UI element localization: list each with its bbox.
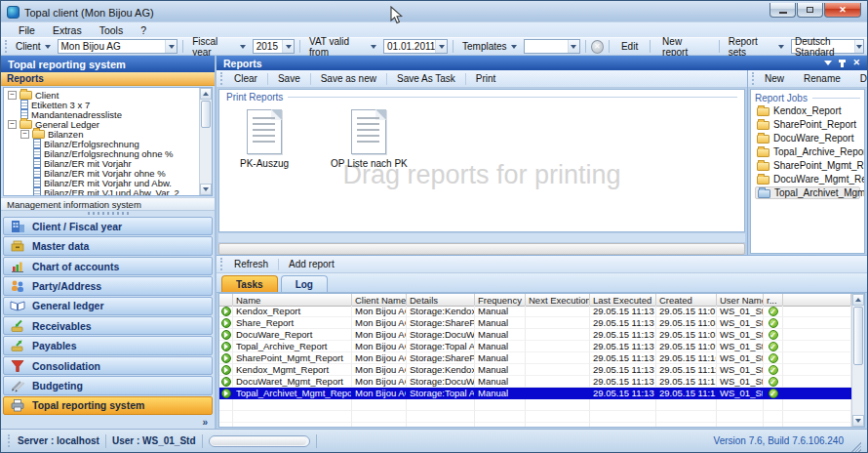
cancel-round-button[interactable]: ✕ — [591, 40, 604, 54]
table-scrollbar[interactable] — [851, 294, 864, 427]
minimize-button[interactable] — [769, 3, 796, 18]
horizontal-splitter[interactable] — [218, 243, 745, 255]
sidebar-mis-bar[interactable]: Management information system — [1, 197, 215, 211]
nav-receivables[interactable]: Receivables — [3, 316, 213, 335]
folder-icon — [757, 121, 769, 130]
menu-file[interactable]: File — [11, 23, 43, 37]
report-sets-dropdown[interactable]: Report sets — [725, 35, 788, 59]
template-combo[interactable] — [524, 39, 580, 54]
tree-item-client[interactable]: −Client — [4, 90, 199, 100]
nav-party-address[interactable]: Party/Address — [3, 276, 213, 295]
table-row-selected[interactable]: Topal_Archivet_Mgmt_ReportMon Bijou AGSt… — [219, 388, 851, 399]
scroll-up-button[interactable] — [852, 294, 864, 306]
job-item-selected[interactable]: Topal_Archivet_Mgmt_Report — [755, 186, 860, 199]
collapse-icon[interactable]: − — [20, 130, 29, 139]
language-combo[interactable]: Deutsch Standard — [791, 39, 864, 54]
vat-date-combo[interactable]: 01.01.2011 — [383, 39, 448, 54]
collapse-icon[interactable]: − — [8, 120, 17, 129]
job-item[interactable]: Kendox_Report — [755, 104, 860, 117]
print-button[interactable]: Print — [468, 72, 504, 85]
print-reports-dropzone[interactable]: Print Reports PK-Auszug OP Liste nach PK — [218, 89, 745, 232]
vat-valid-from-dropdown[interactable]: VAT valid from — [305, 35, 380, 59]
new-job-button[interactable]: New — [757, 72, 792, 85]
fiscal-year-dropdown[interactable]: Fiscal year — [188, 35, 250, 59]
toolbar-separator — [609, 40, 610, 53]
print-report-item[interactable]: PK-Auszug — [240, 109, 289, 169]
tray-arrow-in-icon — [9, 319, 25, 333]
tree-item[interactable]: Bilanz/ER mit Vorjahr ohne % — [4, 168, 199, 178]
tree-item[interactable]: Bilanz/ER mit Vorjahr — [4, 158, 199, 168]
pin-icon[interactable] — [841, 60, 844, 67]
nav-client-fiscal-year[interactable]: Client / Fiscal year — [3, 217, 213, 235]
tree-item[interactable]: Bilanz/ER mit Vorjahr und Abw. — [4, 178, 199, 187]
job-item[interactable]: SharePoint_Report — [755, 118, 860, 131]
table-row[interactable]: Topal_Archive_ReportMon Bijou AGStorage:… — [219, 341, 851, 352]
table-row[interactable]: DocuWaret_Mgmt_ReportMon Bijou AGStorage… — [219, 376, 851, 388]
tree-scrollbar[interactable] — [199, 88, 212, 195]
job-item[interactable]: DocuWare_Report — [755, 132, 860, 144]
open-book-icon — [9, 299, 25, 312]
client-combo[interactable]: Mon Bijou AG — [58, 39, 178, 54]
rename-job-button[interactable]: Rename — [796, 72, 848, 85]
tree-item[interactable]: Bilanz/Erfolgsrechnung ohne % — [4, 148, 199, 158]
toolbar-grip — [220, 258, 223, 270]
maximize-button[interactable] — [797, 3, 823, 18]
scroll-thumb[interactable] — [853, 307, 863, 365]
templates-dropdown[interactable]: Templates — [458, 40, 521, 53]
menu-extras[interactable]: Extras — [45, 23, 90, 37]
tree-item[interactable]: Mandantenadressliste — [4, 109, 199, 119]
edit-button[interactable]: Edit — [614, 40, 645, 53]
job-item[interactable]: Topal_Archive_Report — [755, 145, 860, 158]
tree-item[interactable]: Etiketten 3 x 7 — [4, 100, 199, 109]
nav-general-ledger[interactable]: General ledger — [3, 297, 213, 315]
close-button[interactable]: ✕ — [824, 3, 861, 18]
job-item[interactable]: SharePoint_Mgmt_Report — [755, 159, 860, 172]
nav-payables[interactable]: Payables — [3, 336, 213, 354]
table-row[interactable]: Kendox_Mgmt_ReportMon Bijou AGStorage:Ke… — [219, 364, 851, 376]
toolbar-separator — [310, 73, 311, 85]
save-as-task-button[interactable]: Save As Task — [389, 72, 463, 85]
resize-grip[interactable] — [849, 440, 861, 452]
nav-master-data[interactable]: Master data — [3, 236, 213, 255]
nav-chart-of-accounts[interactable]: Chart of accounts — [3, 257, 213, 275]
table-row[interactable]: Kendox_ReportMon Bijou AGStorage:Kendox … — [219, 306, 851, 317]
nav-budgeting[interactable]: Budgeting — [3, 376, 213, 394]
save-button[interactable]: Save — [270, 72, 308, 85]
table-row[interactable]: Share_ReportMon Bijou AGStorage:SharePoi… — [219, 317, 851, 329]
document-icon — [33, 178, 41, 187]
success-check-icon: ✓ — [769, 389, 778, 398]
fiscal-year-combo[interactable]: 2015 — [253, 39, 295, 54]
menu-help[interactable]: ? — [133, 23, 154, 37]
tree-item-bilanzen[interactable]: −Bilanzen — [4, 129, 199, 139]
nav-consolidation[interactable]: Consolidation — [3, 356, 213, 375]
table-row[interactable]: DocuWare_ReportMon Bijou AGStorage:DocuW… — [219, 329, 851, 341]
scroll-down-button[interactable] — [200, 184, 212, 195]
tab-tasks[interactable]: Tasks — [221, 275, 278, 292]
tab-log[interactable]: Log — [281, 275, 328, 292]
print-report-item[interactable]: OP Liste nach PK — [331, 109, 408, 169]
tree-item[interactable]: Bilanz/ER mit VJ und Abw. Var. 2 — [4, 187, 199, 195]
job-item[interactable]: DocuWare_Mgmt_Report — [755, 173, 860, 185]
save-as-new-button[interactable]: Save as new — [313, 72, 384, 85]
triangle-up-icon — [203, 92, 209, 96]
title-bar[interactable]: Topal client (Mon Bijou AG) ✕ — [1, 1, 867, 21]
collapse-icon[interactable]: − — [8, 91, 17, 100]
sidebar-collapse-area[interactable]: » — [1, 416, 215, 429]
delete-job-button[interactable]: Delete — [852, 72, 868, 85]
sidebar-reports-bar[interactable]: Reports — [1, 72, 215, 86]
client-dropdown[interactable]: Client — [12, 40, 55, 53]
menu-tools[interactable]: Tools — [92, 23, 132, 37]
new-report-button[interactable]: New report — [655, 35, 714, 59]
refresh-button[interactable]: Refresh — [226, 258, 276, 270]
statusbar-separator — [316, 434, 317, 448]
clear-button[interactable]: Clear — [226, 72, 265, 85]
tree-item[interactable]: Bilanz/Erfolgsrechnung — [4, 139, 199, 148]
add-report-button[interactable]: Add report — [281, 258, 342, 270]
scroll-up-button[interactable] — [200, 88, 212, 100]
scroll-thumb[interactable] — [201, 101, 211, 128]
scroll-down-button[interactable] — [852, 415, 864, 427]
chevron-down-icon[interactable] — [824, 61, 832, 65]
table-row[interactable]: SharePoint_Mgmt_ReportMon Bijou AGStorag… — [219, 352, 851, 364]
nav-topal-reporting-system[interactable]: Topal reporting system — [3, 396, 213, 415]
close-icon[interactable]: ✕ — [852, 59, 860, 67]
